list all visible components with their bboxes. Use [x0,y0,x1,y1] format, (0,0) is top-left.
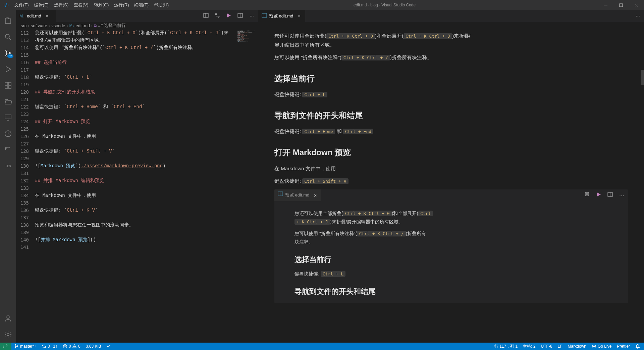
code-line[interactable] [35,199,236,207]
git-branch[interactable]: master*+ [11,343,39,350]
menu-item[interactable]: 查看(V) [71,0,91,10]
menu-item[interactable]: 编辑(E) [32,0,51,10]
code-line[interactable]: 在 Markdown 文件中，使用 [35,133,236,140]
code-line[interactable] [35,229,236,236]
breadcrumb-item[interactable]: src [21,23,26,28]
code-inline: Ctrl + K Ctrl + J [404,33,452,39]
extensions-icon[interactable] [0,77,16,93]
open-preview-side-icon[interactable] [202,13,210,19]
code-line[interactable] [35,170,236,177]
code-line[interactable]: ![并排 Markdown 预览]() [237,41,258,42]
svg-rect-7 [8,86,11,88]
code-line[interactable]: 您可以使用 "折叠所有块注释"(`Ctrl + K Ctrl + /`)折叠所有… [35,44,236,51]
breadcrumb-item[interactable]: ## 选择当前行 [98,23,126,29]
symbol-icon: ⧉ [94,24,97,28]
more-icon[interactable]: ⋯ [634,13,641,18]
sync-back-icon[interactable] [0,142,16,158]
close-button[interactable] [629,0,644,10]
problems[interactable]: 0 0 [60,343,83,350]
code-line[interactable]: 在 Markdown 文件中，使用 [35,192,236,199]
code-line[interactable] [35,81,236,88]
file-size[interactable]: 3.63 KiB [83,343,104,350]
code-line[interactable]: 键盘快捷键: `Ctrl + Home` 和 `Ctrl + End` [35,103,236,111]
tab-preview[interactable]: 预览 edit.md × [258,10,306,22]
timeline-icon[interactable] [0,126,16,142]
encoding[interactable]: UTF-8 [538,343,555,350]
code-inline: Ctrl + Home [302,129,335,134]
minimap[interactable]: 您还可以使用全部折叠(`Ctrl + K Ctrl + 0`)和全部展开(`Ct… [236,29,258,343]
code-line[interactable]: ## 导航到文件的开头和结尾 [35,88,236,96]
run-debug-icon[interactable] [0,61,16,77]
code-editor[interactable]: 您还可以使用全部折叠(`Ctrl + K Ctrl + 0`)和全部展开(`Ct… [35,29,236,343]
explorer-icon[interactable] [0,13,16,29]
menu-item[interactable]: 终端(T) [131,0,151,10]
maximize-button[interactable] [613,0,629,10]
prettier-check-icon[interactable] [104,343,115,350]
code-line[interactable]: 键盘快捷键: `Ctrl + K V` [35,207,236,214]
code-line[interactable] [35,140,236,147]
settings-icon[interactable] [0,326,16,343]
code-line[interactable] [35,111,236,118]
notifications-icon[interactable] [633,343,644,350]
source-control-icon[interactable]: 32 [0,45,16,61]
prettier[interactable]: Prettier [614,343,633,350]
breadcrumb-item[interactable]: edit.md [75,23,90,28]
menu-item[interactable]: 选择(S) [51,0,71,10]
preview-heading: 打开 Markdown 预览 [274,145,628,160]
svg-rect-13 [204,13,208,17]
breadcrumbs[interactable]: src›software›vscode›M↓edit.md›⧉## 选择当前行 [16,22,258,29]
code-line[interactable] [35,184,236,192]
code-line[interactable]: ## 打开 Markdown 预览 [35,118,236,125]
more-icon[interactable]: ⋯ [248,13,255,18]
remote-explorer-icon[interactable] [0,110,16,126]
menu-item[interactable]: 帮助(H) [151,0,171,10]
close-icon[interactable]: × [45,13,50,18]
search-icon[interactable] [0,29,16,45]
markdown-icon: M↓ [19,14,25,18]
code-line[interactable] [35,214,236,221]
code-line[interactable]: 您还可以使用全部折叠(`Ctrl + K Ctrl + 0`)和全部展开(`Ct… [35,29,236,37]
split-editor-icon [606,191,614,200]
code-line[interactable]: ![Markdown 预览](./assets/markdown-preview… [35,162,236,170]
scrollbar[interactable] [641,70,644,85]
folder-open-icon[interactable] [0,93,16,110]
menu-item[interactable]: 运行(R) [111,0,131,10]
editor-group-left: M↓ edit.md × ⋯ src›software›vs [16,10,258,343]
code-line[interactable]: 键盘快捷键: `Ctrl + Shift + V` [35,147,236,155]
code-line[interactable]: 键盘快捷键: `Ctrl + L` [35,74,236,81]
remote-indicator[interactable] [0,343,11,350]
breadcrumb-item[interactable]: vscode [51,23,65,28]
code-line[interactable]: 折叠/展开编辑器中的所有区域。 [35,37,236,44]
close-icon[interactable]: × [297,13,302,18]
breadcrumb-item[interactable]: software [31,23,47,28]
code-line[interactable]: ## 选择当前行 [35,59,236,66]
menu-item[interactable]: 转到(G) [91,0,112,10]
code-line[interactable]: 预览和编辑器将与您在任一视图中的滚动同步。 [35,221,236,229]
tab-edit-md[interactable]: M↓ edit.md × [16,10,56,22]
accounts-icon[interactable] [0,310,16,326]
menu-item[interactable]: 文件(F) [12,0,32,10]
latex-icon[interactable]: TEX [0,158,16,174]
eol[interactable]: LF [555,343,565,350]
git-sync[interactable]: 0↓ 1↑ [39,343,60,350]
code-line[interactable] [35,125,236,133]
code-line[interactable] [35,96,236,103]
cursor-position[interactable]: 行 117，列 1 [492,343,520,350]
markdown-preview[interactable]: 您还可以使用全部折叠(Ctrl + K Ctrl + 0)和全部展开(Ctrl … [258,22,644,343]
diff-icon[interactable] [214,13,221,19]
code-line[interactable]: ![并排 Markdown 预览]() [35,236,236,244]
code-line[interactable] [35,51,236,59]
svg-point-15 [218,16,219,17]
chevron-right-icon: › [26,23,31,28]
code-line[interactable] [35,66,236,74]
preview-heading: 导航到文件的开头和结尾 [274,108,628,123]
go-live[interactable]: Go Live [589,343,614,350]
indentation[interactable]: 空格: 2 [520,343,538,350]
code-line[interactable] [35,155,236,162]
code-line[interactable] [35,244,236,251]
minimize-button[interactable] [598,0,613,10]
code-line[interactable]: ## 并排 Markdown 编辑和预览 [35,177,236,184]
run-icon[interactable] [225,13,232,19]
language-mode[interactable]: Markdown [565,343,589,350]
split-editor-icon[interactable] [236,13,244,19]
